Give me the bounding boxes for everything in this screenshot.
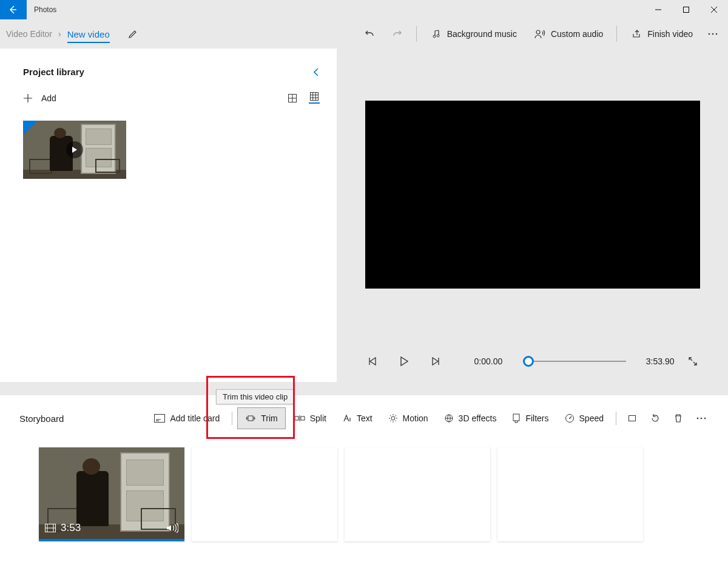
library-clip-thumbnail[interactable] xyxy=(23,121,126,179)
redo-icon xyxy=(392,28,403,39)
storyboard-empty-slot[interactable] xyxy=(192,447,337,541)
separator xyxy=(416,26,417,42)
music-icon xyxy=(430,28,442,40)
svg-point-20 xyxy=(701,418,703,420)
split-button[interactable]: Split xyxy=(287,407,334,429)
svg-point-4 xyxy=(709,33,710,35)
storyboard-empty-slot[interactable] xyxy=(497,447,643,541)
background-music-button[interactable]: Background music xyxy=(423,22,524,46)
grid-large-icon xyxy=(288,94,297,102)
grid-small-icon xyxy=(310,92,318,101)
trim-label: Trim xyxy=(261,413,277,423)
app-title: Photos xyxy=(27,0,56,19)
motion-icon xyxy=(388,413,398,423)
rotate-button[interactable] xyxy=(644,407,666,429)
undo-button[interactable] xyxy=(357,22,382,46)
add-media-button[interactable]: Add xyxy=(23,93,56,103)
seek-slider[interactable] xyxy=(523,355,626,367)
back-button[interactable] xyxy=(0,0,27,19)
arrow-left-icon xyxy=(8,5,18,15)
more-button[interactable] xyxy=(703,22,723,46)
person-audio-icon xyxy=(534,28,546,40)
svg-rect-10 xyxy=(248,416,253,421)
trim-tooltip: Trim this video clip xyxy=(216,389,294,404)
delete-button[interactable] xyxy=(667,407,689,429)
add-title-card-button[interactable]: Add title card xyxy=(147,407,227,429)
separator xyxy=(232,412,232,425)
storyboard-clip[interactable]: 3:53 xyxy=(39,447,184,541)
svg-rect-18 xyxy=(629,416,636,421)
storyboard-more-button[interactable] xyxy=(690,407,712,429)
svg-point-17 xyxy=(569,418,570,419)
toolbar: Video Editor › New video Background musi… xyxy=(0,19,728,48)
large-tiles-button[interactable] xyxy=(287,93,298,104)
text-button[interactable]: Text xyxy=(335,407,380,429)
svg-point-21 xyxy=(704,418,706,420)
play-button[interactable] xyxy=(397,354,411,369)
prev-frame-button[interactable] xyxy=(365,354,380,369)
finish-video-button[interactable]: Finish video xyxy=(623,22,700,46)
svg-rect-12 xyxy=(301,416,305,420)
step-back-icon xyxy=(368,357,377,366)
svg-point-2 xyxy=(437,35,439,37)
rename-button[interactable] xyxy=(127,28,139,40)
speed-button[interactable]: Speed xyxy=(558,407,611,429)
project-library-panel: Project library Add xyxy=(0,48,337,382)
clip-volume-button[interactable] xyxy=(166,523,178,533)
motion-label: Motion xyxy=(403,413,428,423)
maximize-button[interactable] xyxy=(672,0,700,19)
separator xyxy=(616,412,616,425)
split-icon xyxy=(294,415,305,422)
motion-button[interactable]: Motion xyxy=(381,407,436,429)
crop-button[interactable] xyxy=(621,407,643,429)
redo-button[interactable] xyxy=(385,22,410,46)
crop-icon xyxy=(627,413,637,423)
pencil-icon xyxy=(128,29,138,39)
add-title-card-label: Add title card xyxy=(170,413,220,423)
plus-icon xyxy=(23,93,33,103)
breadcrumb-current[interactable]: New video xyxy=(67,25,110,43)
finish-video-label: Finish video xyxy=(647,29,693,39)
svg-point-13 xyxy=(391,416,395,420)
text-label: Text xyxy=(357,413,372,423)
trash-icon xyxy=(674,413,682,423)
text-icon xyxy=(342,414,352,423)
svg-point-5 xyxy=(712,33,714,35)
title-card-icon xyxy=(154,414,165,423)
svg-point-3 xyxy=(536,30,540,34)
play-icon xyxy=(400,356,408,366)
storyboard-panel: Storyboard Add title card Trim Split Tex… xyxy=(0,395,728,565)
titlebar: Photos xyxy=(0,0,728,19)
fullscreen-button[interactable] xyxy=(686,354,700,369)
custom-audio-button[interactable]: Custom audio xyxy=(527,22,610,46)
filters-icon xyxy=(512,413,521,423)
add-label: Add xyxy=(41,93,56,103)
more-icon xyxy=(696,413,707,423)
split-label: Split xyxy=(310,413,326,423)
play-icon xyxy=(72,146,78,153)
small-tiles-button[interactable] xyxy=(309,93,320,104)
collapse-library-button[interactable] xyxy=(312,67,320,77)
effects-3d-icon xyxy=(444,413,454,423)
chevron-right-icon: › xyxy=(58,29,61,39)
rotate-icon xyxy=(650,413,660,423)
trim-button[interactable]: Trim xyxy=(237,407,285,429)
filters-button[interactable]: Filters xyxy=(505,407,556,429)
preview-panel: 0:00.00 3:53.90 xyxy=(337,48,728,382)
minimize-button[interactable] xyxy=(644,0,672,19)
total-time: 3:53.90 xyxy=(637,356,675,366)
svg-rect-0 xyxy=(684,7,689,13)
project-library-title: Project library xyxy=(23,67,84,77)
storyboard-empty-slot[interactable] xyxy=(345,447,490,541)
slider-thumb[interactable] xyxy=(523,356,534,367)
volume-icon xyxy=(166,523,178,533)
breadcrumb-root[interactable]: Video Editor xyxy=(6,29,52,39)
current-time: 0:00.00 xyxy=(474,356,512,366)
svg-point-1 xyxy=(433,35,436,38)
video-preview[interactable] xyxy=(365,101,700,289)
close-button[interactable] xyxy=(700,0,728,19)
svg-rect-8 xyxy=(311,93,318,101)
next-frame-button[interactable] xyxy=(428,354,443,369)
play-overlay-button[interactable] xyxy=(66,141,83,158)
3d-effects-button[interactable]: 3D effects xyxy=(437,407,504,429)
